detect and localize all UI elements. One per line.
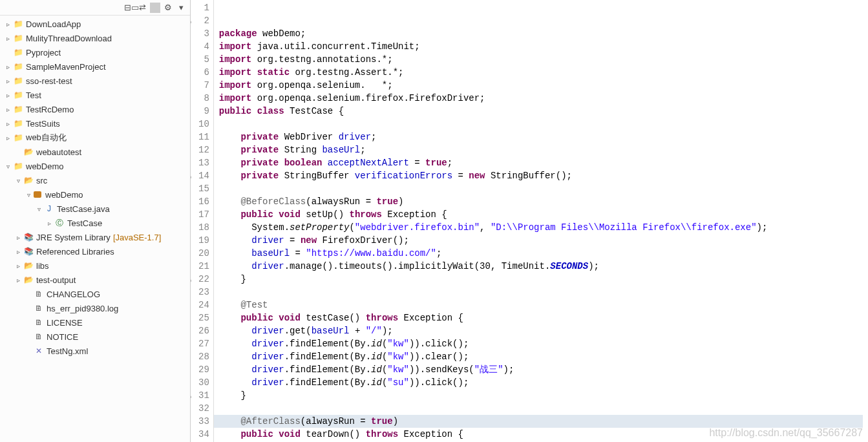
tree-item-label: MulityThreadDownload [26, 34, 112, 43]
code-line[interactable]: } [219, 273, 868, 286]
token-pln: FirefoxDriver(); [317, 235, 409, 246]
token-kw: public [219, 106, 251, 116]
code-line[interactable] [219, 286, 868, 299]
tree-item[interactable]: 🗎CHANGELOG [0, 287, 190, 301]
expand-arrow-icon[interactable]: ▹ [3, 104, 13, 114]
code-line[interactable] [219, 118, 868, 131]
tree-item[interactable]: ▿📁webDemo [0, 159, 190, 173]
proj-icon: 📁 [13, 76, 23, 86]
tree-item[interactable]: ▹📂test-output [0, 273, 190, 287]
tree-item[interactable]: ▹📁SampleMavenProject [0, 59, 190, 74]
code-area[interactable]: package webDemo;import java.util.concurr… [214, 0, 868, 442]
tree-item[interactable]: ▹📁TestSuits [0, 116, 190, 131]
tree-item[interactable]: ✕TestNg.xml [0, 344, 190, 358]
expand-arrow-icon[interactable]: ▹ [3, 118, 13, 129]
tree-item[interactable]: ▹📁Test [0, 88, 190, 102]
code-line[interactable]: baseUrl = "https://www.baidu.com/"; [219, 247, 868, 260]
view-menu-icon[interactable]: ▾ [176, 3, 186, 13]
tree-item[interactable]: ▿webDemo [0, 187, 190, 202]
expand-arrow-icon[interactable]: ▹ [3, 76, 13, 86]
tree-item[interactable]: ▹📁sso-rest-test [0, 74, 190, 88]
code-line[interactable]: public class TestCase { [219, 105, 868, 118]
tree-item[interactable]: ▹📁TestRcDemo [0, 102, 190, 116]
code-line[interactable]: driver.findElement(By.id("kw")).clear(); [219, 350, 868, 363]
code-line[interactable]: driver = new FirefoxDriver(); [219, 234, 868, 247]
code-line[interactable]: private boolean acceptNextAlert = true; [219, 156, 868, 169]
code-line[interactable]: driver.findElement(By.id("su")).click(); [219, 376, 868, 389]
expand-arrow-icon[interactable]: ▹ [3, 61, 13, 72]
expand-arrow-icon[interactable]: ▹ [13, 260, 23, 271]
expand-arrow-icon[interactable]: ▹ [13, 246, 23, 257]
watermark-text: http://blog.csdn.net/qq_35667287 [709, 426, 863, 439]
expand-arrow-icon[interactable]: ▹ [3, 19, 13, 29]
code-line[interactable]: @AfterClass(alwaysRun = true) [214, 415, 863, 428]
expand-arrow-icon[interactable]: ▹ [13, 275, 23, 285]
code-line[interactable]: public void setUp() throws Exception { [219, 208, 868, 221]
tree-item-label: webDemo [26, 162, 64, 171]
tree-item[interactable]: ▿📂src [0, 173, 190, 187]
code-line[interactable]: } [219, 389, 868, 402]
code-line[interactable]: private StringBuffer verificationErrors … [219, 169, 868, 182]
link-editor-icon[interactable]: ⇄ [137, 3, 147, 13]
fold-toggle-icon[interactable]: ⊖ [191, 16, 191, 29]
code-editor[interactable]: 12⊖34567891011121314⊖1516171819202122⊖23… [191, 0, 868, 442]
code-line[interactable]: private WebDriver driver; [219, 131, 868, 143]
code-line[interactable]: import org.openqa.selenium.firefox.Firef… [219, 92, 868, 105]
tree-item[interactable]: 🗎LICENSE [0, 315, 190, 330]
code-line[interactable]: import static org.testng.Assert.*; [219, 66, 868, 79]
expand-arrow-icon[interactable]: ▿ [34, 204, 44, 214]
code-line[interactable] [219, 402, 868, 415]
tree-item[interactable]: ▹📚JRE System Library[JavaSE-1.7] [0, 230, 190, 244]
code-line[interactable]: driver.findElement(By.id("kw")).click(); [219, 337, 868, 350]
code-line[interactable]: import org.openqa.selenium. *; [219, 79, 868, 92]
code-line[interactable]: import org.testng.annotations.*; [219, 53, 868, 66]
token-pln: ); [382, 326, 393, 336]
code-line[interactable]: @Test [219, 299, 868, 311]
code-line[interactable]: private String baseUrl; [219, 143, 868, 156]
tree-item[interactable]: ▿JTestCase.java [0, 202, 190, 216]
code-line[interactable]: driver.findElement(By.id("kw")).sendKeys… [219, 363, 868, 376]
expand-arrow-icon[interactable]: ▹ [3, 33, 13, 43]
focus-task-icon[interactable]: ⚙ [163, 3, 173, 13]
tree-item[interactable]: ▹📁web自动化 [0, 131, 190, 145]
code-line[interactable]: @BeforeClass(alwaysRun = true) [219, 195, 868, 208]
expand-arrow-icon[interactable]: ▹ [13, 232, 23, 242]
tree-item[interactable]: ▹📚Referenced Libraries [0, 244, 190, 258]
token-pln: org.testng.annotations.*; [251, 54, 392, 65]
tree-item[interactable]: 📁Pyproject [0, 45, 190, 59]
project-tree[interactable]: ▹📁DownLoadApp▹📁MulityThreadDownload 📁Pyp… [0, 16, 190, 442]
code-line[interactable]: import java.util.concurrent.TimeUnit; [219, 40, 868, 53]
token-fld: verificationErrors [355, 171, 452, 181]
code-line[interactable]: System.setProperty("webdriver.firefox.bi… [219, 221, 868, 234]
expand-arrow-icon [23, 332, 34, 342]
line-number: 22⊖ [198, 273, 209, 286]
tree-item[interactable]: ▹📁DownLoadApp [0, 17, 190, 31]
code-line[interactable] [219, 182, 868, 195]
code-line[interactable]: package webDemo; [219, 27, 868, 40]
tree-item[interactable]: 📂webautotest [0, 145, 190, 159]
tree-item[interactable]: ▹📁MulityThreadDownload [0, 31, 190, 45]
expand-arrow-icon[interactable]: ▹ [3, 90, 13, 100]
token-fld: driver [339, 132, 371, 142]
code-line[interactable]: driver.manage().timeouts().implicitlyWai… [219, 260, 868, 273]
expand-arrow-icon[interactable]: ▿ [23, 189, 34, 200]
token-kw: public [240, 209, 273, 220]
tree-item[interactable]: ▹ⒸTestCase [0, 216, 190, 230]
code-line[interactable]: driver.get(baseUrl + "/"); [219, 324, 868, 337]
tree-item[interactable]: 🗎NOTICE [0, 330, 190, 344]
expand-arrow-icon[interactable]: ▹ [44, 218, 54, 228]
code-line[interactable]: public void testCase() throws Exception … [219, 311, 868, 324]
expand-arrow-icon[interactable]: ▹ [3, 132, 13, 143]
collapse-all-icon[interactable]: ⊟▭ [124, 3, 134, 13]
tree-item[interactable]: 🗎hs_err_pid9380.log [0, 301, 190, 315]
token-kw: import [219, 41, 251, 52]
expand-arrow-icon[interactable]: ▿ [13, 175, 23, 185]
fold-toggle-icon[interactable]: ⊖ [191, 275, 191, 288]
fold-toggle-icon[interactable]: ⊖ [191, 391, 191, 404]
token-pln: ); [588, 261, 599, 271]
fold-toggle-icon[interactable]: ⊖ [191, 171, 191, 184]
expand-arrow-icon[interactable]: ▿ [3, 161, 13, 171]
tree-item[interactable]: ▹📂libs [0, 258, 190, 273]
token-kw: static [257, 67, 290, 78]
token-pln: .findElement(By. [284, 352, 371, 362]
